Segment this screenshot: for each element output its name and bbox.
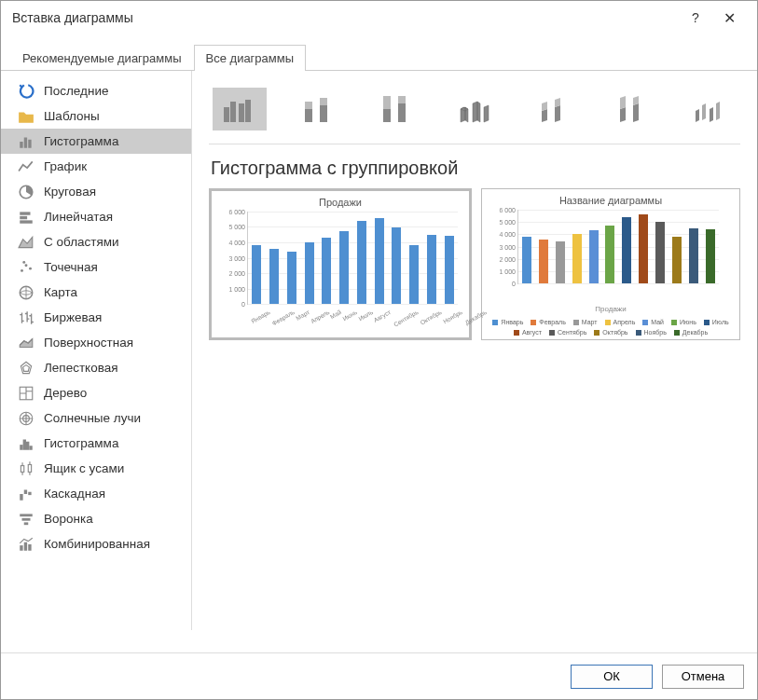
cancel-button[interactable]: Отмена — [662, 665, 744, 689]
svg-rect-16 — [23, 439, 26, 449]
chart-previews: Продажи 01 0002 0003 0004 0005 0006 000Я… — [209, 188, 740, 340]
sidebar-item-column[interactable]: Гистограмма — [1, 129, 191, 154]
area-chart-icon — [18, 234, 34, 251]
sidebar-item-recent[interactable]: Последние — [1, 78, 191, 103]
sidebar-item-boxwhisker[interactable]: Ящик с усами — [1, 456, 191, 481]
sidebar-item-treemap[interactable]: Дерево — [1, 380, 191, 405]
main-panel: Гистограмма с группировкой Продажи 01 00… — [192, 71, 757, 630]
chart-preview-2[interactable]: Название диаграммы 01 0002 0003 0004 000… — [481, 188, 740, 340]
map-chart-icon — [18, 284, 34, 301]
svg-rect-2 — [28, 139, 31, 147]
tab-all[interactable]: Все диаграммы — [194, 45, 307, 71]
svg-rect-21 — [20, 494, 22, 501]
sidebar-item-map[interactable]: Карта — [1, 280, 191, 305]
svg-rect-24 — [20, 514, 33, 516]
svg-rect-18 — [29, 446, 32, 450]
sidebar-label: Поверхностная — [44, 336, 133, 350]
sidebar-item-radar[interactable]: Лепестковая — [1, 355, 191, 380]
sidebar-label: Гистограмма — [44, 134, 118, 148]
svg-point-8 — [25, 264, 28, 267]
preview-title: Название диаграммы — [489, 195, 732, 206]
sidebar-label: Ящик с усами — [44, 461, 124, 475]
subtype-clustered-column[interactable] — [213, 88, 267, 130]
svg-rect-40 — [398, 103, 406, 122]
ok-button[interactable]: ОК — [571, 665, 653, 689]
sidebar: Последние Шаблоны Гистограмма График Кру… — [1, 71, 192, 630]
svg-rect-26 — [24, 522, 29, 525]
chart-subtype-title: Гистограмма с группировкой — [211, 158, 740, 179]
subtype-row — [209, 82, 740, 144]
treemap-chart-icon — [18, 385, 34, 402]
svg-rect-1 — [24, 137, 27, 147]
combo-chart-icon — [18, 536, 34, 553]
bar-chart-icon — [18, 209, 34, 226]
sidebar-label: Круговая — [44, 185, 96, 199]
svg-rect-28 — [24, 542, 27, 550]
sidebar-item-bar[interactable]: Линейчатая — [1, 204, 191, 229]
svg-rect-35 — [305, 102, 312, 109]
svg-rect-33 — [245, 100, 251, 122]
svg-rect-41 — [398, 96, 406, 103]
sidebar-item-surface[interactable]: Поверхностная — [1, 330, 191, 355]
sidebar-label: Каскадная — [44, 487, 105, 501]
sunburst-chart-icon — [18, 410, 34, 427]
subtype-3d-clustered-column[interactable] — [448, 88, 502, 130]
legend: ЯнварьФевральМартАпрельМайИюньИюльАвгуст… — [489, 319, 732, 336]
sidebar-item-stock[interactable]: Биржевая — [1, 305, 191, 330]
svg-rect-4 — [20, 212, 30, 214]
subtype-stacked-column[interactable] — [291, 88, 345, 130]
sidebar-item-sunburst[interactable]: Солнечные лучи — [1, 405, 191, 431]
subtype-3d-column[interactable] — [682, 88, 737, 130]
boxwhisker-chart-icon — [18, 460, 34, 477]
sidebar-label: Линейчатая — [44, 210, 113, 224]
chart-preview-1[interactable]: Продажи 01 0002 0003 0004 0005 0006 000Я… — [209, 188, 472, 340]
sidebar-label: График — [44, 159, 87, 173]
svg-point-10 — [22, 260, 25, 263]
svg-rect-0 — [20, 142, 22, 148]
sidebar-item-templates[interactable]: Шаблоны — [1, 103, 191, 129]
sidebar-item-funnel[interactable]: Воронка — [1, 506, 191, 531]
folder-icon — [18, 108, 34, 125]
svg-rect-15 — [20, 445, 22, 450]
svg-rect-22 — [24, 489, 27, 494]
dialog-title: Вставка диаграммы — [12, 10, 679, 25]
svg-rect-27 — [20, 545, 22, 551]
titlebar: Вставка диаграммы ? ✕ — [1, 1, 757, 34]
svg-rect-17 — [26, 441, 29, 449]
svg-rect-25 — [22, 517, 31, 520]
svg-rect-29 — [28, 544, 31, 551]
sidebar-item-scatter[interactable]: Точечная — [1, 254, 191, 280]
tab-recommended[interactable]: Рекомендуемые диаграммы — [10, 45, 194, 71]
sidebar-item-area[interactable]: С областями — [1, 229, 191, 254]
sidebar-item-histogram[interactable]: Гистограмма — [1, 431, 191, 456]
sidebar-label: Карта — [44, 285, 77, 299]
sidebar-label: Шаблоны — [44, 109, 100, 123]
svg-rect-34 — [305, 109, 312, 122]
svg-rect-19 — [21, 465, 23, 472]
sidebar-item-combo[interactable]: Комбинированная — [1, 531, 191, 556]
sidebar-item-waterfall[interactable]: Каскадная — [1, 481, 191, 506]
column-chart-icon — [18, 133, 34, 150]
sidebar-item-line[interactable]: График — [1, 154, 191, 179]
subtype-3d-100-stacked-column[interactable] — [604, 88, 658, 130]
line-chart-icon — [18, 158, 34, 175]
svg-rect-39 — [383, 96, 391, 109]
subtype-100-stacked-column[interactable] — [369, 88, 423, 130]
sidebar-label: Последние — [44, 84, 108, 98]
radar-chart-icon — [18, 360, 34, 377]
svg-rect-5 — [20, 215, 27, 218]
svg-rect-23 — [28, 491, 31, 494]
svg-rect-36 — [320, 105, 327, 122]
surface-chart-icon — [18, 335, 34, 351]
sidebar-item-pie[interactable]: Круговая — [1, 179, 191, 204]
close-button[interactable]: ✕ — [712, 9, 746, 27]
subtype-3d-stacked-column[interactable] — [526, 88, 580, 130]
waterfall-chart-icon — [18, 486, 34, 502]
sidebar-label: Точечная — [44, 260, 98, 274]
svg-point-9 — [29, 267, 32, 269]
funnel-chart-icon — [18, 511, 34, 528]
svg-rect-30 — [224, 107, 229, 122]
svg-point-7 — [21, 268, 23, 271]
help-button[interactable]: ? — [679, 10, 712, 25]
preview2-xlabel: Продажи — [489, 305, 732, 313]
